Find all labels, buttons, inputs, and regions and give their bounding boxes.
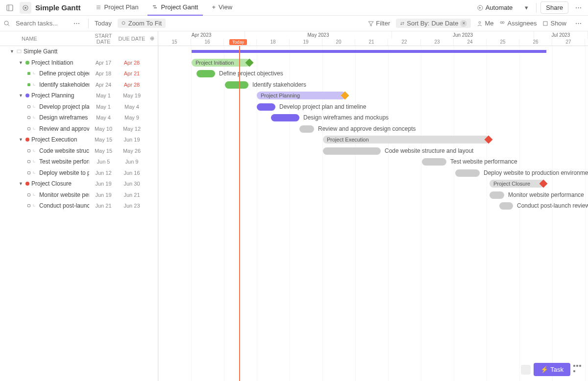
task-bar[interactable]: Identify stakeholders xyxy=(225,81,248,89)
task-name: Simple Gantt xyxy=(24,48,57,55)
gantt-bar-row: Test website performance xyxy=(158,156,588,167)
zoom-to-fit-button[interactable]: Zoom To Fit xyxy=(118,19,166,28)
task-bar[interactable]: Review and approve design concepts xyxy=(299,125,314,133)
task-name: Define project objectives xyxy=(39,70,89,77)
filter-button[interactable]: Filter xyxy=(368,20,390,27)
task-name: Project Initiation xyxy=(31,59,73,66)
caret-icon[interactable]: ▼ xyxy=(10,49,15,54)
clear-sort-icon[interactable]: × xyxy=(460,20,467,27)
svg-rect-7 xyxy=(153,5,156,6)
task-due-date: May 26 xyxy=(118,148,146,154)
subtask-icon xyxy=(32,126,37,131)
bar-label: Project Planning xyxy=(261,92,300,99)
task-row[interactable]: Deploy website to production environment… xyxy=(0,167,158,179)
task-bar[interactable]: Conduct post-launch review xyxy=(499,202,513,210)
task-bar[interactable]: Design wireframes and mockups xyxy=(271,114,299,121)
tab-project-gantt[interactable]: Project Gantt xyxy=(147,0,203,16)
sidebar-toggle-icon[interactable] xyxy=(4,2,16,14)
task-row[interactable]: Design wireframes and mockupsMay 4May 9 xyxy=(0,112,158,123)
task-start-date: Jun 21 xyxy=(89,203,118,209)
task-row[interactable]: ▼Project ClosureJun 19Jun 30 xyxy=(0,178,158,190)
group-bar[interactable]: Project Closure xyxy=(490,180,544,188)
task-name: Review and approve design concepts xyxy=(39,125,89,132)
col-name: NAME xyxy=(10,36,89,42)
add-column-button[interactable]: ⊕ xyxy=(146,35,158,42)
task-row[interactable]: Develop project plan and timelineMay 1Ma… xyxy=(0,101,158,113)
gantt-bar-row: Deploy website to production environment xyxy=(158,167,588,179)
task-row[interactable]: Review and approve design conceptsMay 10… xyxy=(0,123,158,135)
caret-icon[interactable]: ▼ xyxy=(19,137,24,142)
task-bullet xyxy=(27,160,30,163)
task-row[interactable]: Test website performanceJun 5Jun 9 xyxy=(0,156,158,167)
task-start-date: May 15 xyxy=(89,137,118,143)
task-row[interactable]: Identify stakeholdersApr 24Apr 28 xyxy=(0,79,158,91)
task-row[interactable]: Code website structure and layoutMay 15M… xyxy=(0,145,158,157)
month-header: May 2023 xyxy=(245,31,392,39)
task-row[interactable]: ▼Project ExecutionMay 15Jun 19 xyxy=(0,134,158,145)
caret-icon[interactable]: ▼ xyxy=(19,60,24,65)
show-button[interactable]: Show xyxy=(542,20,566,27)
status-dot xyxy=(25,94,29,97)
task-bar[interactable]: Deploy website to production environment xyxy=(455,169,480,177)
task-bar[interactable]: Test website performance xyxy=(422,158,446,166)
search-input[interactable] xyxy=(16,20,65,27)
svg-point-3 xyxy=(24,7,26,9)
day-header: 22 xyxy=(388,39,421,46)
svg-point-10 xyxy=(4,21,8,25)
more-search-icon[interactable]: ⋯ xyxy=(71,18,82,29)
apps-icon[interactable] xyxy=(573,365,583,375)
me-button[interactable]: Me xyxy=(477,20,493,27)
svg-point-13 xyxy=(479,22,481,24)
task-row[interactable]: ▼Simple Gantt xyxy=(0,46,158,57)
tab-project-plan[interactable]: Project Plan xyxy=(91,0,144,16)
subtask-icon xyxy=(32,170,37,175)
sort-chip[interactable]: Sort By: Due Date × xyxy=(396,19,471,28)
automate-button[interactable]: Automate xyxy=(473,2,517,13)
task-row[interactable]: ▼Project PlanningMay 1May 19 xyxy=(0,90,158,101)
chevron-down-icon[interactable]: ▾ xyxy=(520,2,532,14)
status-dot xyxy=(25,61,29,65)
task-bar[interactable]: Develop project plan and timeline xyxy=(257,103,275,111)
task-start-date: Jun 5 xyxy=(89,159,118,165)
divider xyxy=(536,3,537,13)
view-add-button[interactable]: + View xyxy=(207,0,237,16)
task-due-date: May 4 xyxy=(118,104,146,110)
bar-label: Test website performance xyxy=(450,158,517,166)
caret-icon[interactable]: ▼ xyxy=(19,181,24,186)
svg-rect-0 xyxy=(7,5,13,11)
task-row[interactable]: ▼Project InitiationApr 17Apr 28 xyxy=(0,57,158,69)
task-name: Design wireframes and mockups xyxy=(39,114,89,121)
gantt-bar-row xyxy=(158,46,588,57)
day-header: 19 xyxy=(290,39,322,46)
task-bar[interactable]: Define project objectives xyxy=(196,70,215,77)
task-bar[interactable]: Code website structure and layout xyxy=(323,147,381,155)
task-row[interactable]: Define project objectivesApr 18Apr 21 xyxy=(0,68,158,79)
lightning-icon: ⚡ xyxy=(540,366,548,373)
search-icon xyxy=(4,21,10,26)
summary-bar[interactable] xyxy=(192,50,546,53)
bar-label: Develop project plan and timeline xyxy=(279,103,366,111)
task-bar[interactable]: Monitor website performance xyxy=(490,191,504,199)
group-bar[interactable]: Project Execution xyxy=(323,136,490,143)
group-bar[interactable]: Project Planning xyxy=(257,92,346,99)
caret-icon[interactable]: ▼ xyxy=(19,93,24,98)
share-button[interactable]: Share xyxy=(540,1,568,14)
group-bar[interactable]: Project Initiation xyxy=(192,59,250,67)
new-task-button[interactable]: ⚡ Task xyxy=(534,363,570,376)
bar-label: Design wireframes and mockups xyxy=(303,114,389,121)
task-bullet xyxy=(27,72,30,75)
task-start-date: Jun 12 xyxy=(89,170,118,176)
day-header: 24 xyxy=(454,39,487,46)
more-icon[interactable]: ⋯ xyxy=(572,2,584,14)
quick-action-button[interactable] xyxy=(521,365,531,375)
task-row[interactable]: Monitor website performanceJun 19Jun 21 xyxy=(0,190,158,201)
day-header: 20 xyxy=(322,39,355,46)
day-header: 26 xyxy=(519,39,552,46)
task-name: Test website performance xyxy=(39,158,89,165)
today-button[interactable]: Today xyxy=(95,20,112,27)
more-toolbar-icon[interactable]: ⋯ xyxy=(572,18,584,29)
sort-icon xyxy=(400,21,405,26)
assignees-button[interactable]: Assignees xyxy=(499,20,537,27)
task-due-date: Jun 23 xyxy=(118,203,146,209)
task-row[interactable]: Conduct post-launch reviewJun 21Jun 23 xyxy=(0,200,158,212)
